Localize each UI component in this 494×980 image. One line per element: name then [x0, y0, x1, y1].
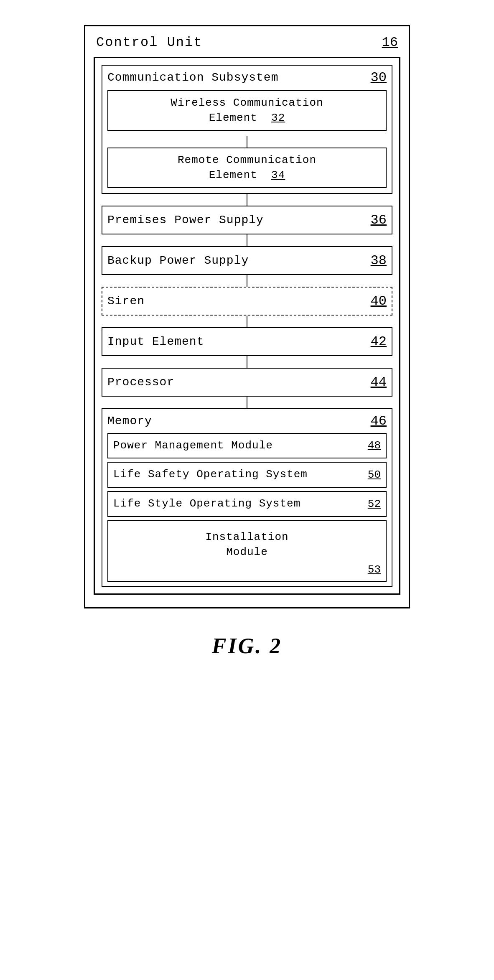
backup-power-supply-block: Backup Power Supply 38 — [102, 246, 392, 275]
backup-power-supply-label: Backup Power Supply — [107, 254, 249, 267]
connector-input-processor — [102, 356, 392, 368]
memory-group-block: Memory 46 Power Management Module 48 Lif… — [102, 408, 392, 587]
diagram-outer-border: Control Unit 16 Communication Subsystem … — [84, 25, 410, 608]
processor-ref: 44 — [371, 374, 387, 390]
memory-ref: 46 — [371, 413, 387, 429]
fig-caption: FIG. 2 — [212, 634, 282, 658]
siren-ref: 40 — [371, 293, 387, 309]
comm-subsystem-block: Communication Subsystem 30 Wireless Comm… — [102, 65, 392, 194]
wireless-element-text: Wireless Communication Element 32 — [113, 95, 381, 126]
connector-backup-siren — [102, 275, 392, 287]
premises-power-supply-ref: 36 — [371, 212, 387, 228]
connector-comm-premises — [102, 194, 392, 206]
page: Control Unit 16 Communication Subsystem … — [0, 0, 494, 980]
input-element-block: Input Element 42 — [102, 327, 392, 356]
power-management-ref: 48 — [368, 439, 381, 452]
premises-power-supply-label: Premises Power Supply — [107, 214, 264, 227]
premises-power-supply-block: Premises Power Supply 36 — [102, 206, 392, 234]
comm-subsystem-ref: 30 — [371, 70, 387, 85]
input-element-label: Input Element — [107, 335, 204, 348]
remote-element-text: Remote Communication Element 34 — [113, 153, 381, 183]
control-unit-title: Control Unit — [96, 35, 202, 50]
remote-element-block: Remote Communication Element 34 — [107, 148, 387, 188]
memory-title: Memory — [107, 415, 152, 428]
comm-subsystem-title: Communication Subsystem — [107, 71, 278, 84]
siren-block: Siren 40 — [102, 287, 392, 316]
installation-num-row: 53 — [113, 563, 381, 576]
input-element-ref: 42 — [371, 334, 387, 349]
inner-content: Communication Subsystem 30 Wireless Comm… — [94, 57, 400, 595]
life-style-os-block: Life Style Operating System 52 — [107, 491, 387, 517]
connector-siren-input — [102, 316, 392, 327]
life-safety-os-ref: 50 — [368, 468, 381, 481]
connector-wireless-remote — [107, 136, 387, 148]
comm-subsystem-header: Communication Subsystem 30 — [107, 70, 387, 85]
memory-group-header: Memory 46 — [107, 413, 387, 429]
control-unit-header: Control Unit 16 — [94, 35, 400, 50]
power-management-block: Power Management Module 48 — [107, 433, 387, 459]
siren-label: Siren — [107, 295, 145, 308]
life-style-os-label: Life Style Operating System — [113, 497, 300, 511]
connector-premises-backup — [102, 234, 392, 246]
life-safety-os-label: Life Safety Operating System — [113, 468, 308, 482]
installation-module-ref: 53 — [368, 563, 381, 576]
life-style-os-ref: 52 — [368, 498, 381, 510]
wireless-element-block: Wireless Communication Element 32 — [107, 90, 387, 131]
processor-block: Processor 44 — [102, 368, 392, 397]
connector-processor-memory — [102, 397, 392, 408]
wireless-ref: 32 — [271, 112, 285, 124]
installation-module-block: Installation Module 53 — [107, 520, 387, 582]
backup-power-supply-ref: 38 — [371, 253, 387, 268]
processor-label: Processor — [107, 376, 174, 389]
installation-module-text: Installation Module — [113, 529, 381, 560]
remote-ref: 34 — [271, 169, 285, 181]
power-management-label: Power Management Module — [113, 439, 273, 453]
life-safety-os-block: Life Safety Operating System 50 — [107, 462, 387, 488]
control-unit-ref: 16 — [382, 35, 398, 50]
